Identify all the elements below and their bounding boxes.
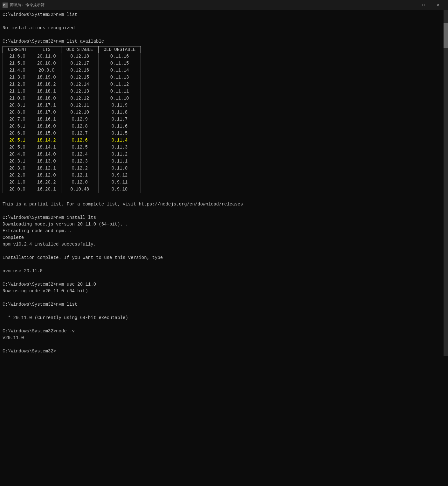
table-cell: 18.18.0 <box>32 95 61 102</box>
table-row: 20.0.016.20.10.10.480.9.10 <box>3 186 141 193</box>
line-blank4 <box>3 208 445 214</box>
line-no-install: No installations recognized. <box>3 25 445 31</box>
table-row: 20.4.018.14.00.12.40.11.2 <box>3 151 141 158</box>
table-cell: 0.11.6 <box>98 123 141 130</box>
line-version-output: v20.11.0 <box>3 335 445 341</box>
table-cell: 20.9.0 <box>32 67 61 74</box>
table-cell: 21.6.0 <box>3 53 32 60</box>
table-cell: 18.13.0 <box>32 158 61 165</box>
table-cell: 0.12.3 <box>61 158 98 165</box>
col-header-old-stable: OLD STABLE <box>61 46 98 53</box>
titlebar-title: 管理员: 命令提示符 <box>10 2 402 8</box>
table-row: 20.1.016.20.20.12.00.9.11 <box>3 179 141 186</box>
table-cell: 0.9.10 <box>98 186 141 193</box>
table-cell: 18.16.0 <box>32 123 61 130</box>
line-nvm-use-cmd: C:\Windows\System32>nvm use 20.11.0 <box>3 281 445 288</box>
line-blank7 <box>3 274 445 281</box>
table-cell: 0.11.7 <box>98 116 141 123</box>
table-cell: 0.12.8 <box>61 123 98 130</box>
table-cell: 0.12.2 <box>61 165 98 172</box>
table-cell: 0.12.15 <box>61 74 98 81</box>
line-install-complete: Installation complete. If you want to us… <box>3 254 445 261</box>
table-cell: 0.12.9 <box>61 116 98 123</box>
table-cell: 21.0.0 <box>3 95 32 102</box>
line-install-lts: C:\Windows\System32>nvm install lts <box>3 214 445 221</box>
table-cell: 0.11.12 <box>98 81 141 88</box>
table-cell: 21.3.0 <box>3 74 32 81</box>
table-cell: 18.15.0 <box>32 130 61 137</box>
line-npm-installed: npm v10.2.4 installed successfully. <box>3 241 445 248</box>
table-cell: 0.11.4 <box>98 137 141 144</box>
line-blank6 <box>3 261 445 268</box>
table-cell: 20.5.0 <box>3 144 32 151</box>
nvm-available-table: CURRENT LTS OLD STABLE OLD UNSTABLE 21.6… <box>3 46 141 193</box>
line-current-version: * 20.11.0 (Currently using 64-bit execut… <box>3 315 445 321</box>
table-cell: 0.11.0 <box>98 165 141 172</box>
table-cell: 0.12.10 <box>61 109 98 116</box>
table-cell: 20.6.1 <box>3 123 32 130</box>
table-cell: 0.12.1 <box>61 172 98 179</box>
table-cell: 18.12.1 <box>32 165 61 172</box>
table-row: 21.5.020.10.00.12.170.11.15 <box>3 60 141 67</box>
minimize-button[interactable]: ─ <box>402 0 416 10</box>
table-row: 20.7.018.16.10.12.90.11.7 <box>3 116 141 123</box>
table-row: 21.1.018.18.10.12.130.11.11 <box>3 88 141 95</box>
table-cell: 21.2.0 <box>3 81 32 88</box>
table-cell: 0.10.48 <box>61 186 98 193</box>
table-cell: 0.12.12 <box>61 95 98 102</box>
line-prompt-end: C:\Windows\System32>_ <box>3 348 445 355</box>
line-blank5 <box>3 248 445 254</box>
table-cell: 0.12.18 <box>61 53 98 60</box>
table-cell: 0.12.17 <box>61 60 98 67</box>
table-cell: 0.12.4 <box>61 151 98 158</box>
table-cell: 20.10.0 <box>32 60 61 67</box>
terminal[interactable]: C:\Windows\System32>nvm list No installa… <box>0 10 448 356</box>
col-header-lts: LTS <box>32 46 61 53</box>
table-cell: 0.12.11 <box>61 102 98 109</box>
line-extracting: Extracting node and npm... <box>3 228 445 234</box>
table-cell: 18.16.1 <box>32 116 61 123</box>
titlebar: C: 管理员: 命令提示符 ─ □ ✕ <box>0 0 448 10</box>
table-cell: 18.12.0 <box>32 172 61 179</box>
line-complete: Complete <box>3 234 445 241</box>
table-cell: 0.11.3 <box>98 144 141 151</box>
table-cell: 20.2.0 <box>3 172 32 179</box>
table-row: 20.3.118.13.00.12.30.11.1 <box>3 158 141 165</box>
titlebar-controls: ─ □ ✕ <box>402 0 445 10</box>
table-cell: 20.5.1 <box>3 137 32 144</box>
col-header-current: CURRENT <box>3 46 32 53</box>
maximize-button[interactable]: □ <box>416 0 431 10</box>
col-header-old-unstable: OLD UNSTABLE <box>98 46 141 53</box>
line-now-using: Now using node v20.11.0 (64-bit) <box>3 288 445 295</box>
terminal-wrapper: C:\Windows\System32>nvm list No installa… <box>0 10 448 356</box>
table-cell: 20.1.0 <box>3 179 32 186</box>
table-cell: 0.11.5 <box>98 130 141 137</box>
table-cell: 0.12.16 <box>61 67 98 74</box>
line-blank11 <box>3 341 445 348</box>
table-cell: 20.8.0 <box>3 109 32 116</box>
close-button[interactable]: ✕ <box>431 0 445 10</box>
table-cell: 20.4.0 <box>3 151 32 158</box>
table-row: 20.5.118.14.20.12.60.11.4 <box>3 137 141 144</box>
table-cell: 20.0.0 <box>3 186 32 193</box>
table-cell: 0.11.11 <box>98 88 141 95</box>
line-node-v: C:\Windows\System32>node -v <box>3 328 445 335</box>
table-cell: 0.11.8 <box>98 109 141 116</box>
table-cell: 20.3.1 <box>3 158 32 165</box>
line-blank10 <box>3 321 445 328</box>
table-row: 21.6.020.11.00.12.180.11.16 <box>3 53 141 60</box>
line-downloading: Downloading node.js version 20.11.0 (64-… <box>3 221 445 228</box>
table-cell: 0.12.0 <box>61 179 98 186</box>
line-nvm-list: C:\Windows\System32>nvm list <box>3 11 445 18</box>
scrollbar[interactable] <box>444 10 448 356</box>
line-nvm-list-available: C:\Windows\System32>nvm list available <box>3 38 445 45</box>
table-cell: 16.20.1 <box>32 186 61 193</box>
table-cell: 18.14.0 <box>32 151 61 158</box>
scrollbar-thumb[interactable] <box>444 23 448 48</box>
table-cell: 18.14.1 <box>32 144 61 151</box>
line-blank8 <box>3 295 445 301</box>
table-row: 21.0.018.18.00.12.120.11.10 <box>3 95 141 102</box>
line-nvm-list2: C:\Windows\System32>nvm list <box>3 301 445 308</box>
table-row: 20.8.018.17.00.12.100.11.8 <box>3 109 141 116</box>
table-row: 20.5.018.14.10.12.50.11.3 <box>3 144 141 151</box>
